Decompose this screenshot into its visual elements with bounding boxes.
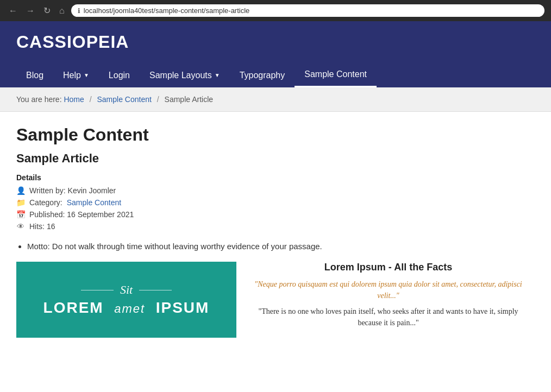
nav-label-sample-layouts: Sample Layouts — [149, 71, 212, 80]
lorem-quote-secondary: "There is no one who loves pain itself, … — [249, 306, 527, 328]
forward-button[interactable]: → — [24, 5, 37, 17]
breadcrumb-sample-content[interactable]: Sample Content — [97, 95, 151, 104]
browser-chrome: ← → ↻ ⌂ ℹ localhost/joomla40test/sample-… — [0, 0, 551, 21]
reload-button[interactable]: ↻ — [41, 4, 53, 17]
lorem-line-right — [139, 290, 172, 290]
meta-hits-text: Hits: 16 — [29, 222, 55, 231]
url-text: localhost/joomla40test/sample-content/sa… — [84, 7, 250, 15]
bullet-motto: Motto: Do not walk through time without … — [27, 242, 527, 251]
back-button[interactable]: ← — [7, 5, 20, 17]
breadcrumb-separator-2: / — [157, 95, 159, 104]
security-icon: ℹ — [78, 7, 80, 15]
address-bar[interactable]: ℹ localhost/joomla40test/sample-content/… — [71, 4, 544, 17]
category-link[interactable]: Sample Content — [67, 198, 121, 207]
nav-item-sample-layouts[interactable]: Sample Layouts ▼ — [140, 64, 230, 87]
nav-item-typography[interactable]: Typography — [230, 64, 295, 87]
main-content: Sample Content Sample Article Details 👤 … — [0, 112, 543, 351]
meta-category-prefix: Category: — [29, 198, 62, 207]
breadcrumb: You are here: Home / Sample Content / Sa… — [0, 87, 551, 112]
meta-author: 👤 Written by: Kevin Joomler — [16, 186, 527, 195]
article-title: Sample Article — [16, 151, 527, 166]
lorem-quote-primary: "Neque porro quisquam est qui dolorem ip… — [249, 279, 527, 301]
nav-item-blog[interactable]: Blog — [16, 64, 53, 87]
nav-item-help[interactable]: Help ▼ — [53, 64, 99, 87]
nav-label-help: Help — [63, 71, 81, 80]
nav-item-sample-content[interactable]: Sample Content — [295, 63, 377, 87]
content-row: Sit LOREM amet IPSUM Lorem Ipsum - All t… — [16, 262, 527, 338]
breadcrumb-current: Sample Article — [165, 95, 213, 104]
lorem-bottom-text: LOREM amet IPSUM — [43, 299, 210, 317]
chevron-down-icon-2: ▼ — [215, 72, 220, 78]
site-header: CASSIOPEIA Blog Help ▼ Login Sample Layo… — [0, 21, 551, 87]
meta-author-text: Written by: Kevin Joomler — [29, 186, 116, 195]
nav-item-login[interactable]: Login — [99, 64, 140, 87]
chevron-down-icon: ▼ — [84, 72, 89, 78]
details-label: Details — [16, 173, 527, 182]
lorem-sit-text: Sit — [81, 283, 172, 297]
eye-icon: 👁 — [16, 222, 25, 231]
home-button[interactable]: ⌂ — [57, 5, 67, 17]
breadcrumb-prefix: You are here: — [16, 95, 64, 104]
site-title: CASSIOPEIA — [16, 32, 535, 52]
lorem-image: Sit LOREM amet IPSUM — [16, 262, 236, 338]
breadcrumb-home[interactable]: Home — [64, 95, 84, 104]
meta-category: 📁 Category: Sample Content — [16, 198, 527, 207]
lorem-line-left — [81, 290, 114, 290]
lorem-text-title: Lorem Ipsum - All the Facts — [249, 262, 527, 273]
meta-published-text: Published: 16 September 2021 — [29, 210, 134, 219]
page-title: Sample Content — [16, 125, 527, 145]
lorem-text-box: Lorem Ipsum - All the Facts "Neque porro… — [249, 262, 527, 328]
user-icon: 👤 — [16, 186, 25, 195]
article-bullets: Motto: Do not walk through time without … — [27, 242, 527, 251]
meta-published: 📅 Published: 16 September 2021 — [16, 210, 527, 219]
site-navigation: Blog Help ▼ Login Sample Layouts ▼ Typog… — [16, 63, 535, 87]
breadcrumb-separator-1: / — [90, 95, 92, 104]
article-meta-list: 👤 Written by: Kevin Joomler 📁 Category: … — [16, 186, 527, 231]
folder-icon: 📁 — [16, 198, 25, 207]
meta-hits: 👁 Hits: 16 — [16, 222, 527, 231]
calendar-icon: 📅 — [16, 210, 25, 219]
